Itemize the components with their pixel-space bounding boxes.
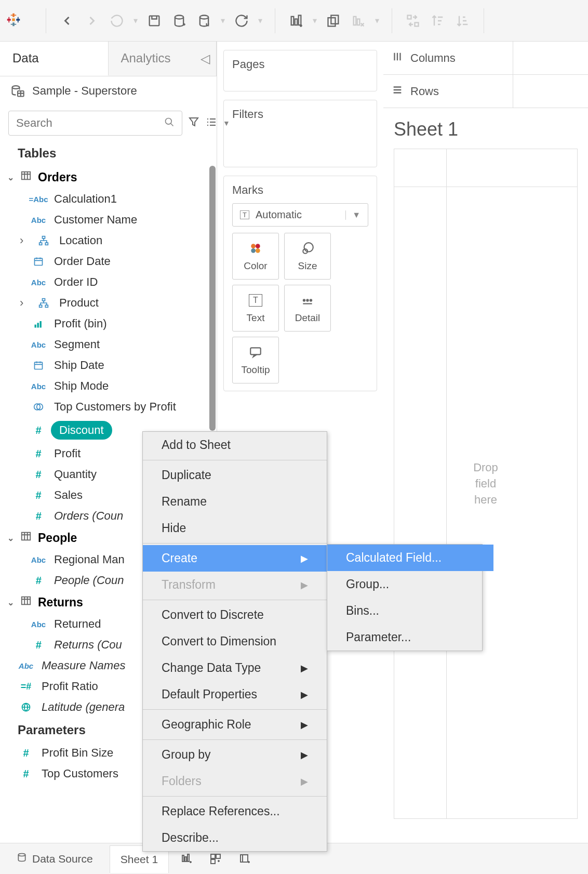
field-top-customers-by-profit[interactable]: Top Customers by Profit [0, 396, 217, 417]
ctx-describe[interactable]: Describe... [143, 825, 327, 851]
save-button[interactable] [144, 10, 165, 31]
dropdown-caret-icon[interactable]: ▾ [219, 10, 227, 31]
number-icon: # [30, 448, 47, 460]
new-worksheet-button[interactable] [286, 10, 306, 31]
mark-detail[interactable]: Detail [284, 285, 331, 332]
svg-rect-38 [22, 533, 31, 540]
ctx-change-data-type[interactable]: Change Data Type▶ [143, 655, 327, 681]
svg-rect-33 [37, 323, 39, 327]
ctx-duplicate[interactable]: Duplicate [143, 462, 327, 488]
mark-color[interactable]: Color [232, 233, 279, 280]
field-customer-name[interactable]: AbcCustomer Name [0, 209, 217, 230]
globe-icon [18, 702, 34, 712]
field-calculation1[interactable]: =AbcCalculation1 [0, 189, 217, 209]
table-icon [20, 595, 32, 610]
canvas-area: Columns Rows Sheet 1 Drop field here [383, 42, 588, 843]
new-datasource-button[interactable] [169, 10, 190, 31]
filter-button[interactable] [188, 116, 200, 130]
svg-rect-5 [8, 17, 9, 22]
field-profit-bin[interactable]: Profit (bin) [0, 313, 217, 334]
sort-desc-button[interactable] [452, 10, 473, 31]
string-icon: Abc [30, 278, 47, 287]
forward-button[interactable] [82, 10, 102, 31]
text-mark-icon: T [240, 210, 249, 219]
sheet-title[interactable]: Sheet 1 [394, 118, 578, 140]
ctx-bins[interactable]: Bins... [327, 598, 493, 624]
svg-point-10 [175, 15, 183, 19]
ctx-parameter[interactable]: Parameter... [327, 624, 493, 651]
view-options-button[interactable] [205, 116, 218, 130]
mark-size[interactable]: Size [284, 233, 331, 280]
datasource-selector[interactable]: Sample - Superstore [0, 76, 217, 105]
ctx-geographic-role[interactable]: Geographic Role▶ [143, 711, 327, 738]
ctx-group-by[interactable]: Group by▶ [143, 741, 327, 768]
ctx-add-to-sheet[interactable]: Add to Sheet [143, 432, 327, 458]
svg-rect-26 [39, 243, 42, 245]
pause-datasource-button[interactable] [194, 10, 215, 31]
swap-button[interactable] [403, 10, 423, 31]
ctx-hide[interactable]: Hide [143, 515, 327, 541]
mark-text[interactable]: T Text [232, 285, 279, 332]
ctx-replace-references[interactable]: Replace References... [143, 798, 327, 825]
ctx-folders[interactable]: Folders▶ [143, 768, 327, 794]
ctx-rename[interactable]: Rename [143, 488, 327, 515]
svg-rect-28 [35, 258, 43, 265]
date-icon [30, 256, 47, 267]
submenu-arrow-icon: ▶ [301, 663, 308, 674]
field-ship-mode[interactable]: AbcShip Mode [0, 376, 217, 396]
ctx-group[interactable]: Group... [327, 571, 493, 598]
collapse-pane-icon[interactable]: ◁ [201, 51, 210, 66]
duplicate-sheet-button[interactable] [323, 10, 344, 31]
marks-type-dropdown[interactable]: T Automatic ▼ [232, 203, 368, 227]
dropdown-caret-icon[interactable]: ▾ [256, 10, 264, 31]
tableau-logo-icon [6, 12, 23, 29]
ctx-create[interactable]: Create▶ Calculated Field... Group... Bin… [143, 545, 327, 572]
ctx-default-properties[interactable]: Default Properties▶ [143, 681, 327, 708]
pages-shelf[interactable]: Pages [223, 50, 377, 91]
tab-analytics[interactable]: Analytics ◁ [109, 42, 217, 76]
dropdown-caret-icon[interactable]: ▾ [311, 10, 319, 31]
mark-tooltip[interactable]: Tooltip [232, 337, 279, 383]
dropdown-caret-icon: ▼ [345, 210, 360, 220]
svg-rect-8 [12, 18, 15, 21]
calc-string-icon: =Abc [30, 195, 47, 204]
columns-shelf[interactable]: Columns [383, 42, 588, 75]
ctx-convert-to-discrete[interactable]: Convert to Discrete [143, 602, 327, 628]
view-canvas[interactable]: Drop field here [394, 149, 578, 819]
svg-rect-50 [250, 348, 261, 354]
ctx-calculated-field[interactable]: Calculated Field... [327, 545, 493, 571]
tab-data-source[interactable]: Data Source [6, 845, 103, 872]
svg-rect-32 [35, 325, 36, 328]
undo-redo-button[interactable] [106, 10, 127, 31]
field-order-id[interactable]: AbcOrder ID [0, 272, 217, 293]
field-ship-date[interactable]: Ship Date [0, 355, 217, 376]
clear-sheet-button[interactable] [348, 10, 369, 31]
field-product[interactable]: ›Product [0, 293, 217, 313]
rows-shelf[interactable]: Rows [383, 75, 588, 108]
field-location[interactable]: ›Location [0, 230, 217, 251]
sort-asc-button[interactable] [427, 10, 448, 31]
refresh-button[interactable] [231, 10, 252, 31]
ctx-transform[interactable]: Transform▶ [143, 572, 327, 598]
table-orders[interactable]: ⌄ Orders [0, 166, 217, 189]
tooltip-icon [249, 345, 262, 360]
field-segment[interactable]: AbcSegment [0, 334, 217, 355]
dropdown-caret-icon[interactable]: ▾ [373, 10, 381, 31]
search-input[interactable] [8, 111, 182, 136]
svg-point-48 [306, 299, 309, 301]
svg-rect-1 [11, 15, 17, 16]
ctx-convert-to-dimension[interactable]: Convert to Dimension [143, 628, 327, 655]
svg-point-45 [304, 243, 313, 251]
filters-shelf[interactable]: Filters [223, 100, 377, 167]
dropdown-caret-icon[interactable]: ▼ [223, 119, 230, 127]
back-button[interactable] [57, 10, 77, 31]
string-icon: Abc [30, 620, 47, 629]
svg-rect-16 [331, 15, 338, 23]
tables-section-header: Tables [0, 141, 217, 166]
svg-rect-17 [354, 16, 356, 24]
tab-data[interactable]: Data [0, 42, 109, 76]
dropdown-caret-icon[interactable]: ▾ [131, 10, 140, 31]
svg-rect-54 [188, 854, 189, 862]
string-icon: Abc [30, 555, 47, 564]
field-order-date[interactable]: Order Date [0, 251, 217, 272]
